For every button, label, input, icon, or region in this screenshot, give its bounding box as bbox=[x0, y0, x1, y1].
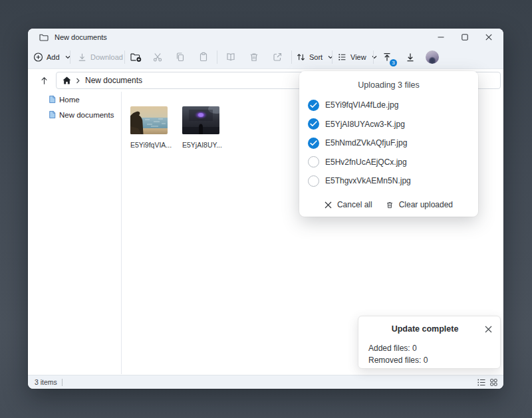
view-button-label: View bbox=[350, 53, 366, 61]
upload-progress-panel: Uploading 3 files E5Yi9fqVIA4fLde.jpg E5… bbox=[299, 71, 478, 217]
sidebar-item-new-documents[interactable]: New documents bbox=[28, 107, 121, 122]
toolbar-divider bbox=[291, 51, 292, 64]
titlebar: New documents bbox=[28, 29, 503, 45]
uploads-button[interactable]: 3 bbox=[382, 52, 392, 62]
toast-title: Update complete bbox=[368, 324, 482, 334]
avatar[interactable] bbox=[426, 51, 439, 64]
sidebar-item-label: Home bbox=[59, 96, 80, 104]
breadcrumb-current[interactable]: New documents bbox=[85, 76, 142, 85]
file-name: E5Yi9fqVIA... bbox=[130, 141, 168, 149]
folder-icon bbox=[39, 33, 49, 41]
file-manager-window: New documents Add bbox=[28, 29, 503, 389]
maximize-button[interactable] bbox=[461, 33, 469, 41]
view-button[interactable]: View bbox=[337, 52, 377, 62]
delete-button[interactable] bbox=[249, 52, 259, 62]
upload-panel-title: Uploading 3 files bbox=[299, 71, 478, 90]
sort-button-label: Sort bbox=[309, 53, 323, 61]
upload-item: E5ThgvxVkAEMn5N.jpg bbox=[299, 171, 478, 191]
downloads-button[interactable] bbox=[405, 52, 416, 62]
upload-file-name: E5Hv2fnUcAEjQCx.jpg bbox=[325, 157, 407, 167]
toast-removed-files: Removed files: 0 bbox=[368, 356, 500, 365]
grid-view-icon[interactable] bbox=[490, 379, 497, 386]
toolbar-divider bbox=[70, 51, 70, 64]
sidebar: Home New documents bbox=[28, 92, 122, 374]
pending-circle-icon bbox=[308, 175, 319, 187]
upload-count-badge: 3 bbox=[390, 59, 397, 66]
upload-file-name: E5ThgvxVkAEMn5N.jpg bbox=[325, 176, 411, 185]
sidebar-item-label: New documents bbox=[59, 111, 114, 119]
status-divider bbox=[62, 379, 63, 386]
download-button-label: Download bbox=[90, 53, 123, 61]
check-circle-icon bbox=[308, 100, 319, 111]
details-view-icon[interactable] bbox=[477, 379, 485, 386]
sidebar-item-home[interactable]: Home bbox=[28, 92, 121, 107]
check-circle-icon bbox=[308, 138, 319, 149]
home-icon[interactable] bbox=[63, 76, 71, 84]
upload-item: E5YjAI8UYAcw3-K.jpg bbox=[299, 115, 478, 134]
file-tile[interactable]: E5Yi9fqVIA... bbox=[130, 106, 168, 149]
minimize-button[interactable] bbox=[437, 33, 445, 41]
add-button[interactable]: Add bbox=[33, 52, 70, 62]
clear-uploaded-label: Clear uploaded bbox=[399, 200, 453, 209]
toast-close-icon[interactable] bbox=[485, 326, 492, 333]
toolbar-divider bbox=[373, 51, 374, 64]
file-thumbnail bbox=[130, 106, 168, 134]
copy-button[interactable] bbox=[175, 52, 186, 62]
toolbar: Add Download bbox=[28, 45, 503, 69]
toolbar-divider bbox=[332, 51, 332, 64]
chevron-down-icon bbox=[372, 55, 377, 58]
cancel-all-button[interactable]: Cancel all bbox=[325, 200, 372, 209]
toolbar-divider bbox=[217, 51, 217, 64]
upload-file-name: E5Yi9fqVIA4fLde.jpg bbox=[325, 100, 398, 110]
update-toast: Update complete Added files: 0 Removed f… bbox=[358, 316, 501, 369]
download-button[interactable]: Download bbox=[77, 52, 123, 62]
breadcrumb-chevron-icon bbox=[76, 78, 80, 84]
check-circle-icon bbox=[308, 118, 319, 130]
upload-item: E5hNmdZVkAQfjuF.jpg bbox=[299, 134, 478, 153]
rename-button[interactable] bbox=[225, 52, 236, 62]
file-name: E5YjAI8UY... bbox=[182, 141, 219, 149]
paste-button[interactable] bbox=[198, 52, 209, 62]
items-count: 3 items bbox=[35, 378, 57, 386]
window-title: New documents bbox=[55, 33, 107, 41]
share-button[interactable] bbox=[272, 52, 283, 62]
file-thumbnail bbox=[182, 106, 219, 134]
navigate-up-button[interactable] bbox=[37, 76, 51, 86]
pending-circle-icon bbox=[308, 156, 319, 167]
close-button[interactable] bbox=[485, 33, 493, 41]
toast-added-files: Added files: 0 bbox=[368, 344, 500, 353]
sort-button[interactable]: Sort bbox=[296, 52, 333, 62]
upload-item: E5Hv2fnUcAEjQCx.jpg bbox=[299, 153, 478, 172]
cancel-all-label: Cancel all bbox=[337, 200, 372, 209]
add-button-label: Add bbox=[47, 53, 60, 61]
upload-file-name: E5YjAI8UYAcw3-K.jpg bbox=[325, 120, 405, 129]
cut-button[interactable] bbox=[152, 52, 163, 62]
clear-uploaded-button[interactable]: Clear uploaded bbox=[386, 200, 453, 209]
file-tile[interactable]: E5YjAI8UY... bbox=[182, 106, 219, 149]
status-bar: 3 items bbox=[28, 375, 503, 389]
upload-item: E5Yi9fqVIA4fLde.jpg bbox=[299, 96, 478, 115]
upload-file-name: E5hNmdZVkAQfjuF.jpg bbox=[325, 138, 407, 148]
new-folder-button[interactable] bbox=[130, 52, 142, 62]
toolbar-divider bbox=[124, 51, 125, 64]
